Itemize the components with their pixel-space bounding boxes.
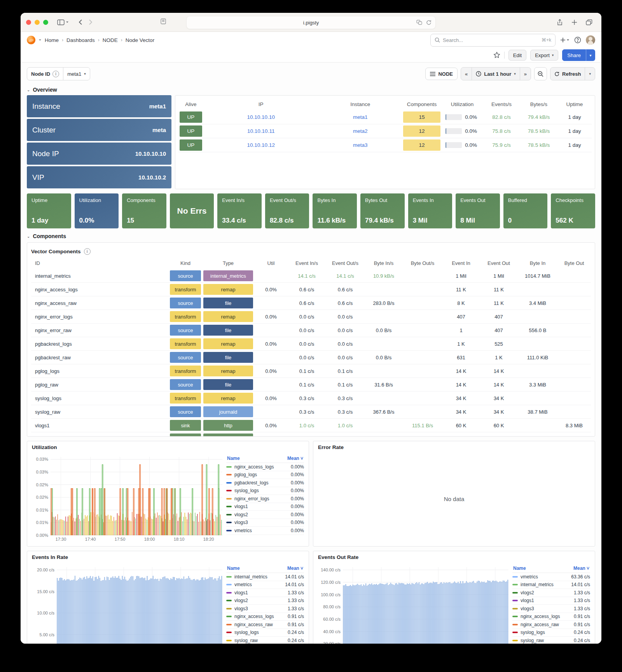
reload-icon[interactable] <box>426 20 432 25</box>
column-header-uptime[interactable]: Uptime <box>557 98 592 110</box>
export-button[interactable]: Export▾ <box>530 50 558 61</box>
zoom-out-time-button[interactable] <box>534 67 547 80</box>
time-shift-forward-button[interactable]: » <box>520 68 531 80</box>
breadcrumb-item-node-vector[interactable]: Node Vector <box>126 37 154 43</box>
ip-link[interactable]: 10.10.10.11 <box>247 128 274 134</box>
column-header-bytes-s[interactable]: Bytes/s <box>520 98 557 110</box>
share-page-icon[interactable] <box>557 19 563 26</box>
org-switcher-chevron-icon[interactable] <box>38 38 42 42</box>
legend-row[interactable]: syslog_raw0.24 c/s <box>512 637 590 644</box>
minimize-window-button[interactable] <box>35 20 40 25</box>
node-dashboard-button[interactable]: NODE <box>425 68 458 80</box>
section-components[interactable]: ⌄ Components <box>21 232 601 242</box>
refresh-interval-chevron-icon[interactable]: ▾ <box>585 68 595 80</box>
legend-row[interactable]: syslog_logs0.24 c/s <box>512 629 590 637</box>
search-input[interactable]: Search... ⌘+k <box>430 34 556 47</box>
column-header-byte-out[interactable]: Byte Out <box>557 257 591 269</box>
breadcrumb-item-dashboards[interactable]: Dashboards <box>66 37 95 43</box>
column-header-instance[interactable]: Instance <box>319 98 402 110</box>
legend-row[interactable]: syslog_logs0.00% <box>226 487 304 495</box>
legend-mean-header[interactable]: Mean ˅ <box>287 456 303 461</box>
translate-icon[interactable] <box>416 20 422 25</box>
add-new-button[interactable] <box>560 37 570 43</box>
legend-row[interactable]: vlogs31.33 c/s <box>226 605 304 613</box>
column-header-byte-out-s[interactable]: Byte Out/s <box>403 257 442 269</box>
page-settings-icon[interactable] <box>160 18 166 26</box>
tab-overview-icon[interactable] <box>586 19 592 25</box>
column-header-event-in[interactable]: Event In <box>442 257 480 269</box>
column-header-byte-in[interactable]: Byte In <box>518 257 557 269</box>
instance-link[interactable]: meta3 <box>353 142 368 148</box>
legend-row[interactable]: vlogs21.33 c/s <box>226 597 304 605</box>
share-button[interactable]: Share <box>562 49 586 61</box>
column-header-byte-in-s[interactable]: Byte In/s <box>365 257 403 269</box>
legend-row[interactable]: nginx_access_raw0.91 c/s <box>226 621 304 629</box>
new-tab-icon[interactable] <box>571 19 577 25</box>
user-avatar[interactable] <box>586 35 595 45</box>
legend-name-header[interactable]: Name <box>227 456 240 461</box>
forward-button[interactable] <box>89 19 93 25</box>
column-header-events-s[interactable]: Events/s <box>483 98 520 110</box>
legend-row[interactable]: vlogs11.33 c/s <box>512 597 590 605</box>
time-range-dropdown[interactable]: Last 1 hour▾ <box>472 68 520 80</box>
favorite-star-icon[interactable] <box>493 52 500 59</box>
ip-link[interactable]: 10.10.10.12 <box>247 142 275 148</box>
column-header-event-in-s[interactable]: Event In/s <box>288 257 326 269</box>
column-header-kind[interactable]: Kind <box>169 257 202 269</box>
column-header-ip[interactable]: IP <box>203 98 319 110</box>
legend-row[interactable]: vmetrics14.01 c/s <box>226 581 304 589</box>
edit-button[interactable]: Edit <box>508 50 526 61</box>
section-overview[interactable]: ⌄ Overview <box>21 85 601 95</box>
legend-row[interactable]: nginx_access_raw0.91 c/s <box>512 621 590 629</box>
legend-row[interactable]: vmetrics0.00% <box>226 527 304 535</box>
column-header-type[interactable]: Type <box>202 257 254 269</box>
time-shift-back-button[interactable]: « <box>461 68 472 80</box>
legend-row[interactable]: syslog_logs0.24 c/s <box>226 629 304 637</box>
variable-info-icon[interactable]: i <box>52 71 59 77</box>
bytes-rate-cell: 78.5 kB/s <box>520 124 557 138</box>
legend-row[interactable]: nginx_error_logs0.00% <box>226 495 304 503</box>
panel-info-icon[interactable]: i <box>84 248 91 255</box>
legend-row[interactable]: pgbackrest_logs0.00% <box>226 479 304 487</box>
legend-row[interactable]: nginx_access_logs0.91 c/s <box>512 613 590 621</box>
fullscreen-window-button[interactable] <box>43 20 48 25</box>
instance-link[interactable]: meta1 <box>353 114 368 120</box>
legend-row[interactable]: pglog_logs0.00% <box>226 471 304 479</box>
share-menu-chevron-icon[interactable]: ▾ <box>586 49 595 61</box>
legend-mean-header[interactable]: Mean ˅ <box>287 566 303 571</box>
column-header-components[interactable]: Components <box>402 98 442 110</box>
legend-row[interactable]: vlogs30.00% <box>226 519 304 527</box>
legend-row[interactable]: internal_metrics14.01 c/s <box>512 581 590 589</box>
column-header-id[interactable]: ID <box>31 257 169 269</box>
ip-link[interactable]: 10.10.10.10 <box>247 114 275 120</box>
legend-name-header[interactable]: Name <box>227 566 240 571</box>
back-button[interactable] <box>79 19 82 25</box>
legend-row[interactable]: internal_metrics14.01 c/s <box>226 573 304 581</box>
address-bar[interactable]: i.pigsty <box>186 16 436 29</box>
legend-row[interactable]: vlogs31.33 c/s <box>512 605 590 613</box>
close-window-button[interactable] <box>26 20 31 25</box>
legend-row[interactable]: nginx_access_logs0.91 c/s <box>226 613 304 621</box>
legend-mean-header[interactable]: Mean ˅ <box>573 566 589 571</box>
refresh-button[interactable]: Refresh <box>550 68 585 80</box>
breadcrumb-item-home[interactable]: Home <box>45 37 59 43</box>
legend-row[interactable]: vlogs21.33 c/s <box>512 589 590 597</box>
column-header-alive[interactable]: Alive <box>178 98 203 110</box>
grafana-logo-icon[interactable] <box>27 36 35 44</box>
legend-row[interactable]: vlogs11.33 c/s <box>226 589 304 597</box>
legend-row[interactable]: vlogs20.00% <box>226 511 304 519</box>
column-header-util[interactable]: Util <box>254 257 288 269</box>
help-icon[interactable] <box>574 37 581 44</box>
column-header-event-out[interactable]: Event Out <box>480 257 518 269</box>
column-header-event-out-s[interactable]: Event Out/s <box>326 257 365 269</box>
legend-name-header[interactable]: Name <box>513 566 526 571</box>
legend-row[interactable]: vmetrics63.36 c/s <box>512 573 590 581</box>
breadcrumb-item-node[interactable]: NODE <box>103 37 118 43</box>
sidebar-toggle-icon[interactable] <box>57 19 69 25</box>
variable-value-dropdown[interactable]: meta1▾ <box>63 68 90 80</box>
legend-row[interactable]: nginx_access_logs0.00% <box>226 463 304 471</box>
legend-row[interactable]: vlogs10.00% <box>226 503 304 511</box>
legend-row[interactable]: syslog_raw0.24 c/s <box>226 637 304 644</box>
column-header-utilization[interactable]: Utilization <box>442 98 483 110</box>
instance-link[interactable]: meta2 <box>353 128 368 134</box>
